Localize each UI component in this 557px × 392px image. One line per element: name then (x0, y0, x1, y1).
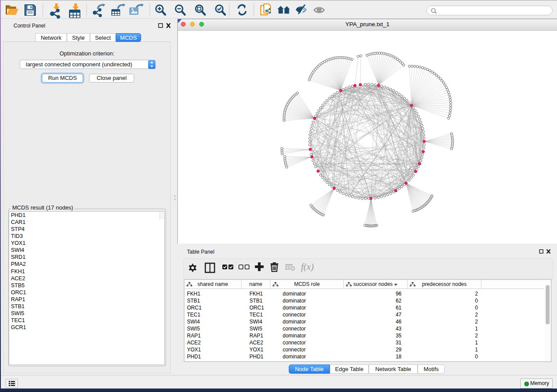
svg-text:f(x): f(x) (301, 261, 314, 272)
